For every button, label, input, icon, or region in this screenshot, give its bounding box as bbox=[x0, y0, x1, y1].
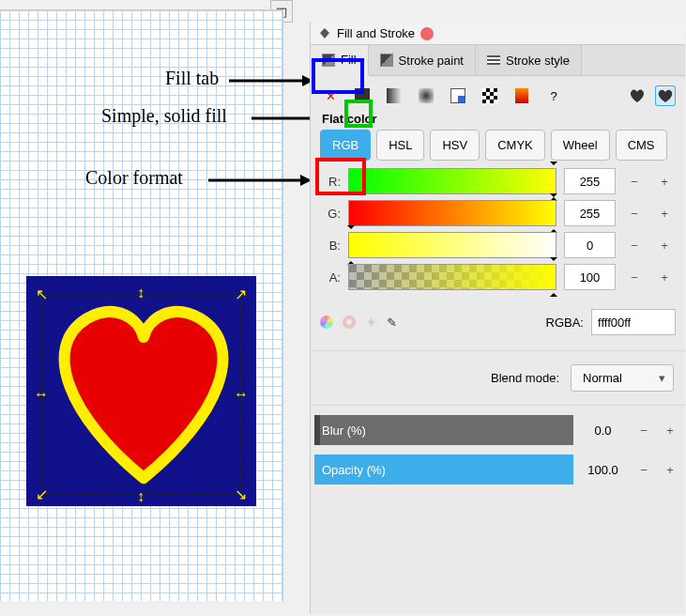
a-row: A: 100 − + bbox=[320, 264, 676, 290]
tab-stroke-paint-label: Stroke paint bbox=[399, 54, 464, 68]
fill-swatch-icon bbox=[322, 54, 335, 67]
format-hsv-button[interactable]: HSV bbox=[430, 130, 480, 161]
scale-handle-b[interactable]: ↕ bbox=[137, 489, 145, 504]
flat-color-label: Flat color bbox=[311, 112, 685, 130]
blend-mode-row: Blend mode: Normal bbox=[311, 350, 685, 405]
selection-bounds bbox=[41, 295, 241, 495]
g-plus-button[interactable]: + bbox=[653, 200, 676, 226]
panel-titlebar: Fill and Stroke bbox=[311, 23, 685, 45]
drawing-object[interactable]: ↖ ↗ ↙ ↘ ↕ ↕ ↔ ↔ bbox=[26, 276, 256, 506]
g-slider[interactable] bbox=[348, 200, 556, 226]
scale-handle-r[interactable]: ↔ bbox=[234, 387, 249, 402]
tab-row: Fill Stroke paint Stroke style bbox=[311, 45, 685, 76]
format-cms-button[interactable]: CMS bbox=[616, 130, 667, 161]
a-minus-button[interactable]: − bbox=[623, 264, 646, 290]
b-row: B: 0 − + bbox=[320, 232, 676, 258]
radial-gradient-icon bbox=[419, 88, 434, 103]
g-row: G: 255 − + bbox=[320, 200, 676, 226]
format-rgb-button[interactable]: RGB bbox=[320, 130, 371, 161]
a-value[interactable]: 100 bbox=[564, 264, 616, 290]
panel-title: Fill and Stroke bbox=[337, 26, 415, 40]
r-plus-button[interactable]: + bbox=[653, 168, 676, 194]
linear-gradient-icon bbox=[387, 88, 402, 103]
rotate-handle-tl[interactable]: ↖ bbox=[36, 287, 48, 302]
blend-mode-combo[interactable]: Normal bbox=[571, 364, 674, 392]
b-minus-button[interactable]: − bbox=[623, 232, 646, 258]
paint-type-row: ✕ ? bbox=[311, 76, 685, 112]
fill-rule-evenodd-button[interactable] bbox=[627, 85, 648, 106]
rotate-handle-bl[interactable]: ↙ bbox=[36, 487, 48, 502]
pattern-button[interactable] bbox=[448, 85, 468, 106]
blur-slider[interactable]: Blur (%) bbox=[314, 415, 573, 445]
blur-plus-button[interactable]: + bbox=[659, 417, 681, 443]
format-cmyk-button[interactable]: CMYK bbox=[485, 130, 545, 161]
g-value[interactable]: 255 bbox=[564, 200, 616, 226]
tab-fill[interactable]: Fill bbox=[311, 45, 369, 76]
fill-stroke-icon bbox=[318, 27, 331, 40]
annotation-solid-fill: Simple, solid fill bbox=[101, 105, 227, 127]
a-label: A: bbox=[320, 270, 341, 285]
blur-row: Blur (%) 0.0 − + bbox=[314, 415, 681, 445]
format-hsl-button[interactable]: HSL bbox=[376, 130, 424, 161]
annotation-fill-tab: Fill tab bbox=[165, 68, 219, 89]
canvas[interactable]: ↖ ↗ ↙ ↘ ↕ ↕ ↔ ↔ bbox=[0, 9, 283, 601]
rgba-input[interactable]: ffff00ff bbox=[591, 309, 676, 335]
puzzle-icon[interactable]: ✦ bbox=[365, 314, 377, 331]
r-minus-button[interactable]: − bbox=[623, 168, 646, 194]
r-value[interactable]: 255 bbox=[564, 168, 616, 194]
format-wheel-button[interactable]: Wheel bbox=[551, 130, 610, 161]
pattern-icon bbox=[450, 88, 465, 103]
b-value[interactable]: 0 bbox=[564, 232, 616, 258]
b-plus-button[interactable]: + bbox=[653, 232, 676, 258]
opacity-minus-button[interactable]: − bbox=[633, 456, 655, 483]
g-minus-button[interactable]: − bbox=[623, 200, 646, 226]
heart-wide-icon bbox=[657, 88, 674, 103]
blur-value[interactable]: 0.0 bbox=[577, 424, 629, 438]
bottom-section: Blur (%) 0.0 − + Opacity (%) 100.0 − + bbox=[311, 405, 685, 485]
blend-label: Blend mode: bbox=[491, 371, 559, 385]
b-slider[interactable] bbox=[348, 232, 556, 258]
rotate-handle-br[interactable]: ↘ bbox=[235, 487, 247, 502]
r-slider[interactable] bbox=[348, 168, 556, 194]
swatch-button[interactable] bbox=[480, 85, 500, 106]
opacity-slider[interactable]: Opacity (%) bbox=[314, 454, 573, 485]
b-label: B: bbox=[320, 239, 341, 253]
swatch-icon bbox=[482, 88, 497, 103]
opacity-value[interactable]: 100.0 bbox=[577, 463, 629, 477]
stroke-paint-swatch-icon bbox=[380, 54, 393, 67]
r-row: R: 255 − + bbox=[320, 168, 676, 194]
opacity-row: Opacity (%) 100.0 − + bbox=[314, 454, 681, 485]
tab-stroke-style[interactable]: Stroke style bbox=[476, 45, 582, 75]
opacity-plus-button[interactable]: + bbox=[659, 456, 681, 483]
fill-rule-nonzero-button[interactable] bbox=[655, 85, 676, 106]
x-icon: ✕ bbox=[326, 89, 336, 103]
fill-stroke-panel: Fill and Stroke Fill Stroke paint Stroke… bbox=[310, 23, 685, 614]
linear-gradient-button[interactable] bbox=[384, 85, 404, 106]
scale-handle-l[interactable]: ↔ bbox=[34, 387, 49, 402]
rgba-row: ✦ ✎ RGBA: ffff00ff bbox=[311, 296, 685, 345]
arrow-to-color-format bbox=[208, 175, 312, 186]
flat-color-button[interactable] bbox=[352, 85, 373, 106]
arrow-to-fill-tab bbox=[229, 75, 313, 86]
g-label: G: bbox=[320, 207, 341, 221]
color-wheel-icon[interactable] bbox=[320, 316, 333, 329]
scale-handle-t[interactable]: ↕ bbox=[137, 285, 145, 300]
rgb-sliders: R: 255 − + G: 255 − + B: 0 − + A: 100 − … bbox=[311, 168, 685, 290]
no-paint-button[interactable]: ✕ bbox=[320, 85, 341, 106]
unknown-paint-button[interactable]: ? bbox=[543, 85, 564, 106]
tab-stroke-paint[interactable]: Stroke paint bbox=[369, 45, 476, 75]
mesh-gradient-button[interactable] bbox=[511, 85, 532, 106]
a-slider[interactable] bbox=[348, 264, 556, 290]
radial-gradient-button[interactable] bbox=[416, 85, 436, 106]
eyedropper-button[interactable]: ✎ bbox=[387, 316, 397, 330]
question-icon: ? bbox=[550, 89, 556, 103]
donut-icon[interactable] bbox=[343, 316, 356, 329]
rotate-handle-tr[interactable]: ↗ bbox=[235, 287, 247, 302]
blur-minus-button[interactable]: − bbox=[633, 417, 655, 443]
flat-color-icon bbox=[355, 88, 370, 103]
panel-close-button[interactable] bbox=[420, 27, 434, 40]
color-format-tabs: RGB HSL HSV CMYK Wheel CMS bbox=[311, 130, 685, 168]
a-plus-button[interactable]: + bbox=[653, 264, 676, 290]
tab-fill-label: Fill bbox=[341, 53, 357, 67]
stroke-style-icon bbox=[487, 55, 500, 65]
